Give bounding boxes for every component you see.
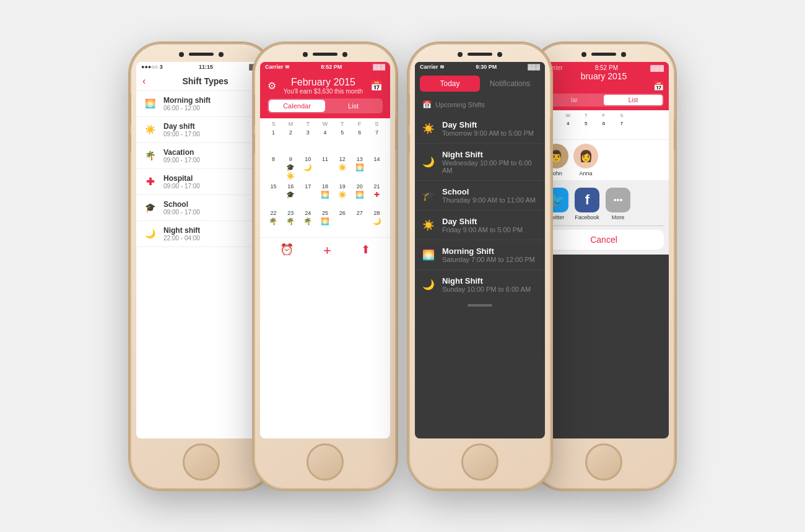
sun-icon: ☀️ bbox=[286, 172, 295, 180]
palm-icon: 🌴 bbox=[269, 217, 277, 225]
list-item[interactable]: 🌙 Night Shift Sunday 10:00 PM to 6:00 AM bbox=[415, 270, 545, 299]
cal-cell[interactable]: 18 🌅 bbox=[317, 182, 334, 208]
cal-cell[interactable]: 28 🌙 bbox=[368, 209, 385, 235]
tab-list-partial[interactable]: List bbox=[604, 95, 663, 105]
cal-cell[interactable]: 13 🌅 bbox=[351, 155, 368, 181]
cal-cell[interactable]: 2 bbox=[282, 128, 299, 154]
home-button[interactable] bbox=[585, 443, 622, 481]
bottom-bar bbox=[415, 299, 545, 312]
list-item[interactable]: 🎓 School 09:00 - 17:00 bbox=[136, 195, 266, 221]
cal-cell[interactable]: 24 🌴 bbox=[300, 209, 316, 235]
cal-cell[interactable]: 6 bbox=[351, 128, 368, 154]
cal-cell[interactable]: 26 bbox=[334, 209, 350, 235]
palm-icon: 🌴 bbox=[303, 217, 312, 225]
list-item[interactable]: 🌙 Night Shift Wednesday 10:00 PM to 6:00… bbox=[415, 144, 545, 181]
shift-time: 06:00 - 12:00 bbox=[163, 105, 211, 111]
cal-cell[interactable]: 1 bbox=[265, 128, 282, 154]
calendar-icon[interactable]: 📅 bbox=[653, 81, 664, 91]
share-icon[interactable]: ⬆ bbox=[361, 243, 370, 259]
list-item[interactable]: 🌅 Morning Shift Saturday 7:00 AM to 12:0… bbox=[415, 240, 545, 270]
tab-cal-partial[interactable]: lar bbox=[545, 95, 604, 105]
phone4-cal-header: Carrier 8:52 PM ▓▓▓ bruary 2015 📅 bbox=[539, 62, 669, 94]
cal-bottom-bar: ⏰ + ⬆ bbox=[260, 237, 390, 264]
back-button[interactable]: ‹ bbox=[142, 76, 146, 87]
cal-cell[interactable]: 7 bbox=[368, 128, 385, 154]
cal-cell[interactable]: 16 🎓 bbox=[282, 182, 299, 208]
list-item[interactable]: 🌅 Morning shift 06:00 - 12:00 bbox=[136, 91, 266, 117]
cal-cell[interactable]: 20 🌅 bbox=[351, 182, 368, 208]
add-icon[interactable]: + bbox=[323, 243, 331, 259]
phone-4: Carrier 8:52 PM ▓▓▓ bruary 2015 📅 lar Li… bbox=[533, 43, 675, 489]
camera-dot bbox=[458, 52, 463, 57]
list-item[interactable]: 🌴 Vacation 09:00 - 17:00 bbox=[136, 143, 266, 169]
cal-cell[interactable]: 9 🎓☀️ bbox=[282, 155, 299, 181]
cal-cell[interactable]: 17 bbox=[300, 182, 316, 208]
section-header: 📅 Upcoming Shifts bbox=[415, 95, 545, 114]
list-item[interactable]: ☀️ Day shift 09:00 - 17:00 bbox=[136, 117, 266, 143]
share-app-more[interactable]: ••• More bbox=[606, 188, 630, 220]
contact-anna[interactable]: 👩 Anna bbox=[573, 144, 598, 177]
alarm-icon[interactable]: ⏰ bbox=[280, 243, 294, 259]
cal-cell[interactable]: 21 ✚ bbox=[368, 182, 385, 208]
mini-cal-cell[interactable]: 6 bbox=[595, 120, 613, 137]
cal-cell[interactable]: 14 bbox=[368, 155, 385, 181]
list-item[interactable]: ☀️ Day Shift Tomorrow 9:00 AM to 5:00 PM bbox=[415, 114, 545, 144]
cal-cell[interactable]: 25 🌅 bbox=[317, 209, 334, 235]
shift-icon-school: 🎓 bbox=[142, 200, 157, 215]
cal-cell[interactable]: 27 bbox=[351, 209, 368, 235]
cal-cell[interactable]: 11 bbox=[317, 155, 334, 181]
tab-today[interactable]: Today bbox=[420, 76, 480, 92]
calendar-header: ⚙ February 2015 You'll earn $3,630 this … bbox=[260, 72, 390, 118]
shift-row-name: Morning Shift bbox=[442, 246, 535, 256]
camera-dot bbox=[303, 52, 308, 57]
home-button[interactable] bbox=[183, 443, 220, 481]
cal-days-header: S M T W T F S bbox=[265, 121, 385, 127]
mini-cal-cell[interactable]: 5 bbox=[577, 120, 595, 137]
cal-cell[interactable]: 22 🌴 bbox=[265, 209, 282, 235]
shift-time: 09:00 - 17:00 bbox=[163, 183, 200, 190]
cal-cell[interactable]: 15 bbox=[265, 182, 282, 208]
tab-calendar[interactable]: Calendar bbox=[269, 100, 325, 112]
school-icon: 🎓 bbox=[422, 190, 435, 201]
contact-name-anna: Anna bbox=[579, 170, 592, 177]
phone1-screen: ●●●○○ 3 11:15 ▓▓▓ ‹ Shift Types 🌅 Mornin… bbox=[136, 62, 266, 438]
list-item[interactable]: 🎓 School Thursday 9:00 AM to 11:00 AM bbox=[415, 181, 545, 211]
list-item[interactable]: ✚ Hospital 09:00 - 17:00 bbox=[136, 169, 266, 195]
moon-icon: 🌙 bbox=[422, 279, 435, 290]
camera-dot-2 bbox=[497, 52, 502, 57]
tab-list[interactable]: List bbox=[325, 100, 381, 112]
cal-cell[interactable]: 8 bbox=[265, 155, 282, 181]
mini-cal-cell[interactable]: 4 bbox=[559, 120, 577, 137]
cal-cell[interactable]: 10 🌙 bbox=[300, 155, 316, 181]
shift-name: Night shift bbox=[163, 226, 200, 235]
camera-dot bbox=[179, 52, 184, 57]
cal-cell[interactable]: 4 bbox=[317, 128, 334, 154]
calendar-icon: 📅 bbox=[422, 100, 432, 109]
cal-cell[interactable]: 19 ☀️ bbox=[334, 182, 350, 208]
mini-cal-cell[interactable]: 7 bbox=[612, 120, 630, 137]
settings-icon[interactable]: ⚙ bbox=[268, 80, 276, 92]
cal-cell[interactable]: 3 bbox=[300, 128, 316, 154]
shift-row-info: Night Shift Wednesday 10:00 PM to 6:00 A… bbox=[442, 150, 537, 174]
home-button[interactable] bbox=[307, 443, 344, 481]
cal-cell[interactable]: 5 bbox=[334, 128, 350, 154]
shift-icon-morning: 🌅 bbox=[142, 96, 157, 111]
nav-title: Shift Types bbox=[150, 76, 260, 86]
calendar-icon[interactable]: 📅 bbox=[370, 80, 383, 92]
camera-dot bbox=[581, 52, 586, 57]
phone4-tabs: lar List bbox=[539, 94, 669, 110]
share-sheet: 🐦 Twitter f Facebook ••• More Cancel bbox=[539, 180, 669, 255]
sun-icon: ☀️ bbox=[338, 191, 347, 199]
list-item[interactable]: 🌙 Night shift 22:00 - 04:00 bbox=[136, 221, 266, 247]
home-button[interactable] bbox=[461, 443, 498, 481]
tab-notifications[interactable]: Notifications bbox=[480, 76, 540, 92]
avatar-anna: 👩 bbox=[573, 144, 598, 168]
cal-cell[interactable]: 23 🌴 bbox=[282, 209, 299, 235]
cal-cell[interactable]: 12 ☀️ bbox=[334, 155, 350, 181]
shift-row-name: Day Shift bbox=[442, 120, 534, 129]
list-item[interactable]: ☀️ Day Shift Friday 9:00 AM to 5:00 PM bbox=[415, 211, 545, 240]
sun-icon: ☀️ bbox=[422, 123, 435, 134]
share-app-facebook[interactable]: f Facebook bbox=[575, 188, 599, 220]
cancel-button[interactable]: Cancel bbox=[544, 230, 664, 250]
speaker bbox=[591, 53, 616, 56]
